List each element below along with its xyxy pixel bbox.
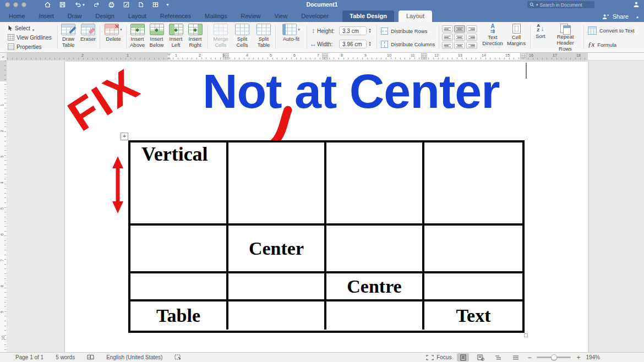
proofing-status-icon[interactable] (87, 354, 94, 360)
table-cell[interactable] (228, 273, 326, 301)
zoom-in-button[interactable]: + (576, 354, 580, 361)
web-layout-view-button[interactable] (474, 353, 487, 361)
table-cell[interactable] (424, 273, 522, 301)
table-cell[interactable] (326, 142, 424, 226)
autofit-dropdown-icon[interactable]: ▾ (298, 28, 300, 32)
distribute-columns-button[interactable]: Distribute Columns (381, 41, 435, 48)
align-bottom-center-button[interactable] (454, 42, 465, 49)
selection-mode-icon[interactable] (174, 354, 181, 360)
table-cell[interactable] (424, 226, 522, 273)
vertical-ruler[interactable]: 12345678910 (0, 61, 7, 352)
table-cell[interactable] (228, 142, 326, 226)
close-window-icon[interactable] (5, 2, 10, 7)
table-cell[interactable]: Text (424, 301, 522, 330)
table-cell[interactable] (130, 226, 228, 273)
table-cell[interactable] (326, 301, 424, 330)
tab-insert[interactable]: Insert (39, 10, 54, 22)
select-button[interactable]: Select▾ (8, 24, 57, 32)
share-button[interactable]: Share (613, 13, 629, 20)
height-stepper[interactable]: ▲▼ (368, 28, 372, 34)
view-gridlines-button[interactable]: View Gridlines (8, 33, 57, 42)
table-column-marker[interactable] (421, 53, 427, 59)
formula-button[interactable]: ƒx Formula (588, 40, 616, 49)
undo-icon[interactable]: ▾ (74, 1, 85, 8)
tab-mailings[interactable]: Mailings (205, 10, 227, 22)
insert-above-button[interactable]: Insert Above (128, 24, 147, 52)
language-status[interactable]: English (United States) (106, 354, 162, 360)
cell-margins-button[interactable]: Cell Margins (505, 24, 528, 52)
search-input[interactable]: ▾ Search in Document (527, 1, 594, 8)
align-center-left-button[interactable] (442, 34, 453, 41)
word-count[interactable]: 5 words (56, 354, 75, 360)
collapse-ribbon-icon[interactable]: ▴ (636, 14, 638, 19)
window-controls[interactable] (5, 2, 26, 7)
align-center-right-button[interactable] (466, 34, 477, 41)
align-top-center-button[interactable] (454, 25, 465, 32)
width-stepper[interactable]: ▲▼ (368, 41, 372, 47)
delete-dropdown-icon[interactable]: ▾ (120, 28, 122, 32)
table-column-marker[interactable] (520, 53, 526, 59)
split-table-button[interactable]: Split Table (253, 24, 274, 52)
width-input[interactable]: 3.96 cm (339, 40, 367, 48)
eraser-button[interactable]: Eraser (78, 24, 98, 52)
zoom-slider-thumb[interactable] (551, 354, 557, 360)
insert-below-button[interactable]: Insert Below (147, 24, 166, 52)
edit-document-icon[interactable] (123, 1, 130, 8)
minimize-window-icon[interactable] (13, 2, 18, 7)
home-icon[interactable] (44, 1, 51, 8)
draw-table-quick-icon[interactable] (152, 1, 159, 8)
insert-right-button[interactable]: Insert Right (185, 24, 205, 52)
zoom-out-button[interactable]: − (527, 354, 531, 361)
align-bottom-right-button[interactable] (466, 42, 477, 49)
table-cell[interactable]: Centre (326, 273, 424, 301)
table-move-handle[interactable]: + (121, 133, 128, 140)
table-cell[interactable] (326, 226, 424, 273)
table-cell[interactable] (130, 273, 228, 301)
draw-table-button[interactable]: Draw Table (58, 24, 78, 52)
tab-home[interactable]: Home (9, 10, 25, 22)
table-cell[interactable] (228, 301, 326, 330)
print-icon[interactable] (108, 1, 115, 8)
insert-left-button[interactable]: Insert Left (166, 24, 185, 52)
page-count[interactable]: Page 1 of 1 (15, 354, 43, 360)
distribute-rows-button[interactable]: Distribute Rows (381, 28, 428, 35)
draft-view-button[interactable] (510, 353, 522, 361)
redo-icon[interactable] (92, 1, 100, 8)
sort-button[interactable]: AZ↓ Sort (532, 24, 549, 52)
text-direction-button[interactable]: A⇉ Text Direction (481, 24, 505, 52)
table-cell[interactable]: Vertical (130, 142, 228, 226)
convert-to-text-button[interactable]: Convert to Text (588, 26, 635, 35)
table-resize-handle[interactable] (524, 333, 528, 337)
properties-button[interactable]: Properties (8, 42, 57, 51)
tab-review[interactable]: Review (241, 10, 260, 22)
tab-table-design[interactable]: Table Design (342, 10, 394, 22)
tab-table-layout-active[interactable]: Layout (399, 10, 432, 22)
split-cells-button[interactable]: Split Cells (232, 24, 253, 52)
table-cell[interactable]: Center (228, 226, 326, 273)
focus-toggle[interactable]: Focus (426, 354, 451, 360)
toolbar-overflow-icon[interactable]: ▾ (167, 3, 169, 7)
tab-references[interactable]: References (160, 10, 191, 22)
save-icon[interactable] (59, 1, 66, 8)
align-top-left-button[interactable] (442, 25, 453, 32)
align-center-button[interactable] (454, 34, 465, 41)
delete-button[interactable]: ▾ Delete (101, 24, 125, 52)
table-column-marker[interactable] (322, 53, 328, 59)
tab-developer[interactable]: Developer (301, 10, 329, 22)
autofit-button[interactable]: ▾ Auto-fit (278, 24, 304, 52)
account-person-icon[interactable] (633, 1, 640, 8)
tab-draw[interactable]: Draw (68, 10, 82, 22)
zoom-level[interactable]: 194% (586, 354, 600, 360)
align-bottom-left-button[interactable] (442, 42, 453, 49)
align-top-right-button[interactable] (466, 25, 477, 32)
indent-marker[interactable] (167, 53, 172, 59)
tab-view[interactable]: View (275, 10, 288, 22)
horizontal-ruler[interactable]: 21123456789101112131415161718 (7, 53, 588, 60)
tab-design[interactable]: Design (96, 10, 114, 22)
search-scope-dropdown-icon[interactable]: ▾ (536, 3, 538, 7)
tab-layout[interactable]: Layout (128, 10, 146, 22)
table-cell[interactable]: Table (130, 301, 228, 330)
new-document-icon[interactable] (138, 1, 144, 8)
zoom-slider[interactable] (537, 356, 571, 358)
repeat-header-rows-button[interactable]: Repeat Header Rows (550, 24, 581, 52)
